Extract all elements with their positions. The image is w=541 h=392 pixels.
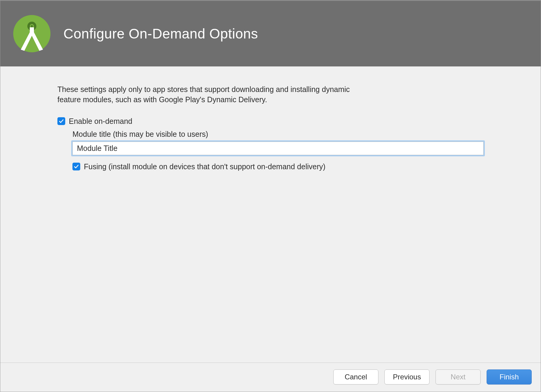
fusing-label: Fusing (install module on devices that d…	[84, 162, 326, 171]
checkbox-checked-icon[interactable]	[72, 163, 80, 170]
module-title-input[interactable]	[72, 142, 484, 155]
svg-point-2	[31, 25, 33, 27]
cancel-button[interactable]: Cancel	[333, 369, 378, 384]
checkbox-checked-icon[interactable]	[57, 117, 65, 125]
wizard-content: These settings apply only to app stores …	[0, 66, 541, 363]
wizard-footer: Cancel Previous Next Finish	[0, 363, 541, 392]
enable-on-demand-checkbox-row[interactable]: Enable on-demand	[57, 117, 484, 126]
wizard-header: Configure On-Demand Options	[0, 0, 541, 66]
enable-on-demand-label: Enable on-demand	[69, 117, 132, 126]
next-button: Next	[436, 369, 481, 384]
wizard-title: Configure On-Demand Options	[63, 26, 258, 42]
android-studio-logo-icon	[12, 14, 51, 53]
module-title-label: Module title (this may be visible to use…	[72, 130, 484, 139]
fusing-checkbox-row[interactable]: Fusing (install module on devices that d…	[72, 162, 484, 171]
svg-rect-3	[30, 27, 34, 33]
finish-button[interactable]: Finish	[487, 369, 532, 384]
previous-button[interactable]: Previous	[384, 369, 429, 384]
description-text: These settings apply only to app stores …	[57, 84, 358, 105]
